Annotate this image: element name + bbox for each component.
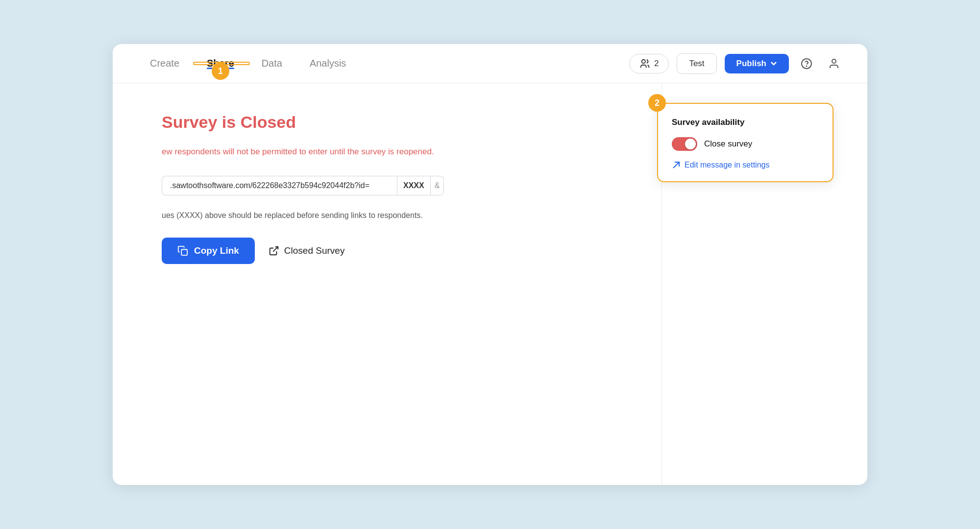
user-button[interactable] — [824, 54, 844, 73]
right-panel: 2 Survey availability Close survey Edit … — [662, 83, 867, 485]
arrow-upright-icon — [672, 161, 681, 169]
collab-button[interactable]: 2 — [629, 54, 669, 73]
popup-title: Survey availability — [672, 118, 819, 127]
url-suffix: & — [431, 176, 444, 195]
left-panel: Survey is Closed ew respondents will not… — [113, 83, 662, 485]
test-button[interactable]: Test — [677, 53, 716, 74]
url-param: XXXX — [397, 176, 431, 195]
help-button[interactable] — [797, 54, 816, 73]
tab-data[interactable]: Data — [248, 44, 296, 83]
close-survey-toggle[interactable] — [672, 137, 697, 151]
nav-tabs: Create Share 1 Data Analysis — [136, 44, 360, 83]
user-icon — [828, 58, 840, 70]
svg-line-5 — [273, 246, 278, 251]
svg-point-3 — [832, 59, 836, 63]
survey-closed-msg: ew respondents will not be permitted to … — [162, 145, 622, 158]
chevron-down-icon — [770, 60, 777, 67]
step-badge-1: 1 — [212, 62, 229, 80]
toggle-row: Close survey — [672, 137, 819, 151]
copy-link-button[interactable]: Copy Link — [162, 238, 255, 264]
body-area: Survey is Closed ew respondents will not… — [113, 83, 867, 485]
action-row: Copy Link Closed Survey — [162, 238, 622, 264]
svg-rect-4 — [181, 249, 187, 255]
toggle-label: Close survey — [704, 139, 752, 149]
tab-share-wrapper: Share 1 — [193, 58, 248, 69]
help-icon — [801, 58, 812, 70]
header: Create Share 1 Data Analysis — [113, 44, 867, 83]
survey-closed-title: Survey is Closed — [162, 113, 622, 132]
edit-message-link[interactable]: Edit message in settings — [672, 161, 819, 169]
availability-popup: 2 Survey availability Close survey Edit … — [657, 103, 833, 182]
toggle-knob — [685, 139, 696, 149]
users-icon — [639, 58, 650, 69]
url-row: XXXX & — [162, 176, 622, 195]
tab-create[interactable]: Create — [136, 44, 193, 83]
url-hint: ues (XXXX) above should be replaced befo… — [162, 211, 622, 220]
copy-icon — [177, 245, 188, 256]
main-card: Create Share 1 Data Analysis — [113, 44, 867, 485]
publish-button[interactable]: Publish — [725, 54, 789, 73]
header-actions: 2 Test Publish — [629, 53, 844, 74]
closed-survey-button[interactable]: Closed Survey — [269, 245, 345, 256]
tab-analysis[interactable]: Analysis — [296, 44, 360, 83]
external-link-icon — [269, 245, 279, 256]
step-badge-2: 2 — [648, 94, 666, 112]
svg-point-0 — [642, 59, 645, 63]
url-input[interactable] — [162, 176, 397, 195]
